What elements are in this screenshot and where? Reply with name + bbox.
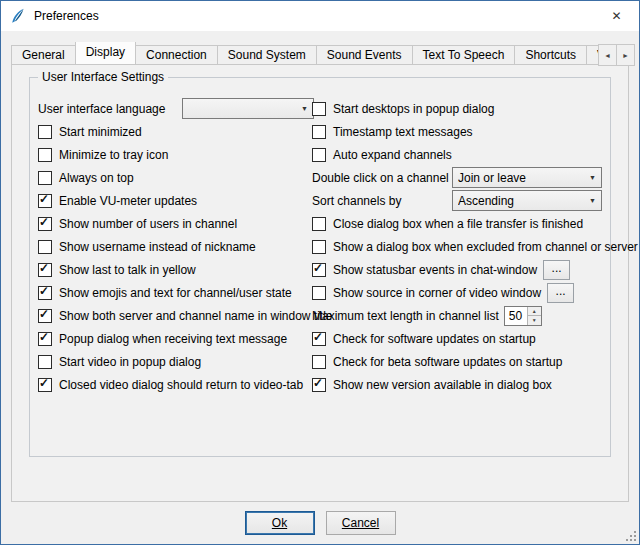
cancel-button[interactable]: Cancel <box>326 511 396 535</box>
spin-up-icon[interactable]: ▲ <box>528 307 541 317</box>
maximum-text-length-in-channel-list-spinner[interactable]: 50▲▼ <box>504 306 542 326</box>
setting-row: ✓Show last to talk in yellow <box>38 258 314 281</box>
checkbox-label: Close dialog box when a file transfer is… <box>333 217 583 231</box>
double-click-on-a-channel-combo-value: Join or leave <box>458 171 583 185</box>
setting-row: ✓Show statusbar events in chat-window... <box>312 258 602 281</box>
check-icon: ✓ <box>39 262 49 274</box>
checkbox-label: Timestamp text messages <box>333 125 473 139</box>
setting-row: Double click on a channelJoin or leave▼ <box>312 166 602 189</box>
checkbox-label: Closed video dialog should return to vid… <box>59 378 303 392</box>
checkbox-show-a-dialog-box-when-excluded-from-channel-or-server[interactable] <box>312 240 326 254</box>
checkbox-start-video-in-popup-dialog[interactable] <box>38 355 52 369</box>
check-icon: ✓ <box>313 377 323 389</box>
setting-row: Minimize to tray icon <box>38 143 314 166</box>
tab-scroll-right-button[interactable]: ► <box>616 44 635 66</box>
setting-row: ✓Show emojis and text for channel/user s… <box>38 281 314 304</box>
dialog-buttons: Ok Cancel <box>1 511 639 535</box>
checkbox-show-statusbar-events-in-chat-window[interactable]: ✓ <box>312 263 326 277</box>
setting-row: ✓Closed video dialog should return to vi… <box>38 373 314 396</box>
tab-sound-system[interactable]: Sound System <box>217 45 317 64</box>
setting-row: ✓Check for software updates on startup <box>312 327 602 350</box>
checkbox-show-source-in-corner-of-video-window[interactable] <box>312 286 326 300</box>
group-title: User Interface Settings <box>38 70 168 84</box>
more-options-button-show-source-in-corner-of-video-window[interactable]: ... <box>547 283 574 303</box>
ok-button[interactable]: Ok <box>245 511 315 535</box>
right-column: Start desktops in popup dialogTimestamp … <box>312 97 602 396</box>
spinner-value: 50 <box>505 307 527 325</box>
checkbox-label: Start desktops in popup dialog <box>333 102 494 116</box>
tab-shortcuts[interactable]: Shortcuts <box>514 45 587 64</box>
checkbox-minimize-to-tray-icon[interactable] <box>38 148 52 162</box>
checkbox-label: Always on top <box>59 171 134 185</box>
tab-connection[interactable]: Connection <box>135 45 218 64</box>
setting-row: Start video in popup dialog <box>38 350 314 373</box>
setting-row: Maximum text length in channel list50▲▼ <box>312 304 602 327</box>
check-icon: ✓ <box>313 331 323 343</box>
setting-row: Show a dialog box when excluded from cha… <box>312 235 602 258</box>
tab-bar: GeneralDisplayConnectionSound SystemSoun… <box>11 42 599 64</box>
double-click-on-a-channel-combo[interactable]: Join or leave▼ <box>452 167 602 188</box>
check-icon: ✓ <box>313 262 323 274</box>
check-icon: ✓ <box>39 193 49 205</box>
setting-row: Timestamp text messages <box>312 120 602 143</box>
checkbox-label: Auto expand channels <box>333 148 452 162</box>
chevron-down-icon: ▼ <box>589 197 596 204</box>
setting-row: Show username instead of nickname <box>38 235 314 258</box>
tab-display[interactable]: Display <box>75 42 136 64</box>
tab-scroll-left-button[interactable]: ◄ <box>598 44 617 66</box>
checkbox-show-username-instead-of-nickname[interactable] <box>38 240 52 254</box>
setting-row: Show source in corner of video window... <box>312 281 602 304</box>
sort-channels-by-label: Sort channels by <box>312 194 401 208</box>
checkbox-always-on-top[interactable] <box>38 171 52 185</box>
checkbox-label: Show source in corner of video window <box>333 286 541 300</box>
checkbox-close-dialog-box-when-a-file-transfer-is-finished[interactable] <box>312 217 326 231</box>
checkbox-timestamp-text-messages[interactable] <box>312 125 326 139</box>
checkbox-label: Start minimized <box>59 125 142 139</box>
sort-channels-by-combo[interactable]: Ascending▼ <box>452 190 602 211</box>
checkbox-label: Check for software updates on startup <box>333 332 536 346</box>
checkbox-start-desktops-in-popup-dialog[interactable] <box>312 102 326 116</box>
chevron-down-icon: ▼ <box>301 105 308 112</box>
setting-row: ✓Popup dialog when receiving text messag… <box>38 327 314 350</box>
checkbox-start-minimized[interactable] <box>38 125 52 139</box>
setting-row: ✓Show number of users in channel <box>38 212 314 235</box>
setting-row: Always on top <box>38 166 314 189</box>
setting-row: Start minimized <box>38 120 314 143</box>
checkbox-show-emojis-and-text-for-channel-user-state[interactable]: ✓ <box>38 286 52 300</box>
more-options-button-show-statusbar-events-in-chat-window[interactable]: ... <box>543 260 570 280</box>
group-user-interface-settings: User Interface Settings User interface l… <box>29 77 611 457</box>
checkbox-label: Show username instead of nickname <box>59 240 256 254</box>
checkbox-label: Show both server and channel name in win… <box>59 309 333 323</box>
close-button[interactable]: ✕ <box>594 1 639 31</box>
checkbox-check-for-beta-software-updates-on-startup[interactable] <box>312 355 326 369</box>
checkbox-enable-vu-meter-updates[interactable]: ✓ <box>38 194 52 208</box>
titlebar: Preferences ✕ <box>1 1 639 31</box>
checkbox-closed-video-dialog-should-return-to-video-tab[interactable]: ✓ <box>38 378 52 392</box>
checkbox-show-last-to-talk-in-yellow[interactable]: ✓ <box>38 263 52 277</box>
tab-general[interactable]: General <box>11 45 76 64</box>
checkbox-label: Show emojis and text for channel/user st… <box>59 286 292 300</box>
checkbox-label: Minimize to tray icon <box>59 148 168 162</box>
tab-scroll: ◄ ► <box>599 44 635 66</box>
checkbox-popup-dialog-when-receiving-text-message[interactable]: ✓ <box>38 332 52 346</box>
check-icon: ✓ <box>39 216 49 228</box>
sort-channels-by-combo-value: Ascending <box>458 194 583 208</box>
language-label: User interface language <box>38 102 165 116</box>
check-icon: ✓ <box>39 331 49 343</box>
resize-grip[interactable] <box>624 529 637 542</box>
setting-row: Start desktops in popup dialog <box>312 97 602 120</box>
language-combo[interactable]: ▼ <box>182 98 314 119</box>
chevron-down-icon: ▼ <box>589 174 596 181</box>
tab-text-to-speech[interactable]: Text To Speech <box>412 45 516 64</box>
tab-sound-events[interactable]: Sound Events <box>316 45 413 64</box>
tab-page-display: User Interface Settings User interface l… <box>11 64 629 502</box>
checkbox-show-number-of-users-in-channel[interactable]: ✓ <box>38 217 52 231</box>
checkbox-check-for-software-updates-on-startup[interactable]: ✓ <box>312 332 326 346</box>
language-row: User interface language ▼ <box>38 97 314 120</box>
checkbox-auto-expand-channels[interactable] <box>312 148 326 162</box>
spinner-buttons: ▲▼ <box>527 307 541 325</box>
checkbox-label: Show a dialog box when excluded from cha… <box>333 240 638 254</box>
checkbox-show-both-server-and-channel-name-in-window-title[interactable]: ✓ <box>38 309 52 323</box>
spin-down-icon[interactable]: ▼ <box>528 316 541 325</box>
checkbox-show-new-version-available-in-dialog-box[interactable]: ✓ <box>312 378 326 392</box>
